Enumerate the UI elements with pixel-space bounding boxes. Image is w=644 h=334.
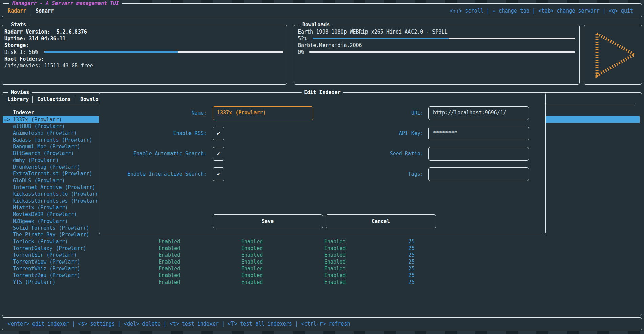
tab-radarr[interactable]: Radarr xyxy=(8,7,26,14)
edit-indexer-modal: Edit Indexer Name: 1337x (Prowlarr) Enab… xyxy=(99,92,546,234)
cancel-button[interactable]: Cancel xyxy=(326,214,436,228)
indexer-table-header: Indexer xyxy=(13,109,34,116)
enable-automatic-search-checkbox[interactable]: ✔ xyxy=(213,147,224,161)
url-label: URL: xyxy=(336,110,423,117)
indexer-name: YTS (Prowlarr) xyxy=(13,279,99,286)
indexer-row[interactable]: TorrentView (Prowlarr)EnabledEnabledEnab… xyxy=(3,258,640,265)
tags-input[interactable] xyxy=(428,167,529,181)
indexer-name: GloDLS (Prowlarr) xyxy=(13,177,99,184)
indexer-name: MoviesDVDR (Prowlarr) xyxy=(13,211,99,218)
indexer-name: Miatrix (Prowlarr) xyxy=(13,204,99,211)
indexer-automatic-search-cell: Enabled xyxy=(241,272,263,279)
indexer-rss-cell: Enabled xyxy=(159,272,180,279)
indexer-name: Internet Archive (Prowlarr) xyxy=(13,184,99,191)
save-button[interactable]: Save xyxy=(213,214,323,228)
indexer-interactive-search-cell: Enabled xyxy=(324,252,346,258)
indexer-name: TorrentGalaxy (Prowlarr) xyxy=(13,245,99,252)
indexer-row[interactable]: TorrentGalaxy (Prowlarr)EnabledEnabledEn… xyxy=(3,245,640,252)
download-item-percent: 52% xyxy=(298,35,307,42)
stats-panel: Stats Radarr Version: 5.2.6.8376 Uptime:… xyxy=(2,25,287,85)
download-progressbar xyxy=(313,38,575,39)
indexer-interactive-search-cell: Enabled xyxy=(324,238,346,245)
enable-rss-checkbox[interactable]: ✔ xyxy=(213,127,224,140)
indexer-row[interactable]: Torrentz2eu (Prowlarr)EnabledEnabledEnab… xyxy=(3,272,640,279)
indexer-name: Badass Torrents (Prowlarr) xyxy=(13,137,99,143)
name-label: Name: xyxy=(99,110,207,117)
edit-indexer-modal-title: Edit Indexer xyxy=(301,89,343,96)
servarr-tabs-box: Managarr - A Servarr management TUI Rada… xyxy=(2,3,642,17)
download-item-name: Earth 1998 1080p WEBRip x265 Hindi AAC2.… xyxy=(298,28,448,35)
indexer-row[interactable]: TorrentSir (Prowlarr)EnabledEnabledEnabl… xyxy=(3,252,640,258)
indexer-priority-cell: 25 xyxy=(385,258,415,265)
indexer-name: Bangumi Moe (Prowlarr) xyxy=(13,143,99,150)
indexer-rss-cell: Enabled xyxy=(159,265,180,272)
stats-rootfolder-value: /nfs/movies: 11511.43 GB free xyxy=(4,62,93,69)
indexer-row[interactable]: Torlock (Prowlarr)EnabledEnabledEnabled2… xyxy=(3,238,640,245)
indexer-name: Torlock (Prowlarr) xyxy=(13,238,99,245)
indexer-priority-cell: 25 xyxy=(385,279,415,286)
stats-uptime: Uptime: 31d 04:36:11 xyxy=(4,35,66,42)
indexer-priority-cell: 25 xyxy=(385,238,415,245)
movies-title: Movies xyxy=(8,89,32,96)
indexer-name: ExtraTorrent.st (Prowlarr) xyxy=(13,170,99,177)
indexer-name: 1337x (Prowlarr) xyxy=(13,116,99,123)
indexer-interactive-search-cell: Enabled xyxy=(324,265,346,272)
stats-rootfolders-label: Root Folders: xyxy=(4,56,44,62)
enable-interactive-search-checkbox[interactable]: ✔ xyxy=(213,167,224,181)
app-title: Managarr - A Servarr management TUI xyxy=(9,0,122,7)
tags-label: Tags: xyxy=(336,171,423,178)
indexer-priority-cell: 25 xyxy=(385,272,415,279)
download-progressbar xyxy=(309,51,575,53)
api-key-label: API Key: xyxy=(336,130,423,137)
indexer-rss-cell: Enabled xyxy=(159,245,180,252)
enable-interactive-search-label: Enable Interactive Search: xyxy=(99,171,207,178)
context-keybindings: <enter> edit indexer | <s> settings | <d… xyxy=(8,320,350,327)
indexer-automatic-search-cell: Enabled xyxy=(241,265,263,272)
api-key-input[interactable]: ******** xyxy=(428,127,529,140)
indexer-rss-cell: Enabled xyxy=(159,238,180,245)
indexer-name: DrunkenSlug (Prowlarr) xyxy=(13,164,99,170)
indexer-name: Solid Torrents (Prowlarr) xyxy=(13,225,99,231)
tab-sonarr[interactable]: Sonarr xyxy=(36,7,54,14)
indexer-priority-cell: 25 xyxy=(385,265,415,272)
indexer-automatic-search-cell: Enabled xyxy=(241,279,263,286)
indexer-name: kickasstorrents.to (Prowlarr) xyxy=(13,191,99,197)
downloads-panel: Downloads Earth 1998 1080p WEBRip x265 H… xyxy=(294,25,580,85)
enable-rss-label: Enable RSS: xyxy=(99,130,207,137)
tab-divider xyxy=(31,7,31,15)
indexer-interactive-search-cell: Enabled xyxy=(324,245,346,252)
tab-divider xyxy=(75,96,75,103)
indexer-name: altHUB (Prowlarr) xyxy=(13,123,99,130)
indexer-automatic-search-cell: Enabled xyxy=(241,258,263,265)
logo-panel xyxy=(584,25,642,85)
indexer-interactive-search-cell: Enabled xyxy=(324,258,346,265)
seed-ratio-input[interactable] xyxy=(428,147,529,161)
stats-version: Radarr Version: 5.2.6.8376 xyxy=(4,28,87,35)
download-item-name: Barbie.Mermaidia.2006 xyxy=(298,42,362,49)
tab-divider xyxy=(32,96,33,103)
indexer-name: NZBgeek (Prowlarr) xyxy=(13,218,99,225)
indexer-name: kickasstorrents.ws (Prowlarr) xyxy=(13,197,99,204)
indexer-name: dmhy (Prowlarr) xyxy=(13,157,99,164)
indexer-name: TorrentWhiz (Prowlarr) xyxy=(13,265,99,272)
indexer-name: BitSearch (Prowlarr) xyxy=(13,150,99,157)
indexer-name: The Pirate Bay (Prowlarr) xyxy=(13,231,99,238)
managarr-play-logo-icon xyxy=(584,25,641,84)
tab-library[interactable]: Library xyxy=(7,96,29,103)
tab-collections[interactable]: Collections xyxy=(37,96,71,103)
indexer-name: Torrentz2eu (Prowlarr) xyxy=(13,272,99,279)
bottom-clipped-terminal-line xyxy=(0,331,644,334)
stats-title: Stats xyxy=(8,21,29,28)
indexer-name: AnimeTosho (Prowlarr) xyxy=(13,130,99,137)
name-input[interactable]: 1337x (Prowlarr) xyxy=(213,106,313,120)
url-input[interactable]: http://localhost:9696/1/ xyxy=(428,106,529,120)
indexer-row[interactable]: YTS (Prowlarr)EnabledEnabledEnabled25 xyxy=(3,279,640,286)
indexer-row[interactable]: TorrentWhiz (Prowlarr)EnabledEnabledEnab… xyxy=(3,265,640,272)
help-bar-box: <enter> edit indexer | <s> settings | <d… xyxy=(2,317,642,330)
indexer-automatic-search-cell: Enabled xyxy=(241,252,263,258)
seed-ratio-label: Seed Ratio: xyxy=(336,150,423,157)
download-item-percent: 0% xyxy=(298,49,304,56)
indexer-priority-cell: 25 xyxy=(385,245,415,252)
selected-row-marker: => xyxy=(4,116,10,123)
indexer-interactive-search-cell: Enabled xyxy=(324,272,346,279)
